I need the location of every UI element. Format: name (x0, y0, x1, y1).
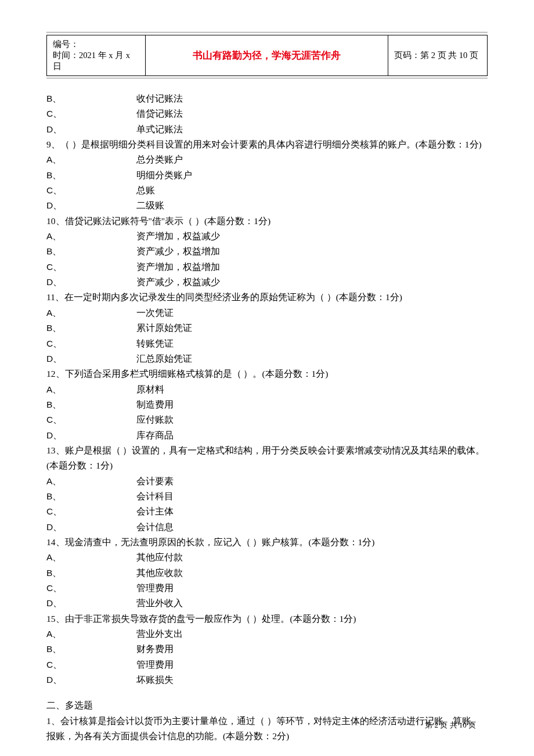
page-footer: 第 2 页 共 10 页 (425, 720, 476, 730)
doc-time-label: 时间：2021 年 x 月 x 日 (53, 50, 139, 72)
option-row: C、总账 (46, 183, 488, 198)
option-text: 累计原始凭证 (136, 321, 192, 336)
option-text: 营业外支出 (136, 627, 183, 642)
option-label: D、 (46, 672, 136, 687)
option-row: B、财务费用 (46, 642, 488, 657)
option-label: B、 (46, 397, 136, 412)
option-text: 财务费用 (136, 642, 174, 657)
question-text: 12、下列适合采用多栏式明细账格式核算的是（ ）。(本题分数：1分) (46, 366, 488, 381)
option-text: 资产增加，权益增加 (136, 260, 220, 275)
top-rule (46, 32, 488, 33)
option-text: 会计科目 (136, 489, 174, 504)
content-body: B、收付记账法C、借贷记账法D、单式记账法 9、（ ）是根据明细分类科目设置的用… (46, 91, 488, 744)
option-row: A、一次凭证 (46, 305, 488, 321)
question-text: 15、由于非正常损失导致存货的盘亏一般应作为（ ）处理。(本题分数：1分) (46, 611, 488, 627)
section-2-question-1: 1、会计核算是指会计以货币为主要计量单位，通过（ ）等环节，对特定主体的经济活动… (46, 714, 488, 744)
option-text: 应付账款 (136, 412, 174, 427)
option-row: B、会计科目 (46, 489, 488, 504)
option-row: C、管理费用 (46, 657, 488, 672)
option-row: A、营业外支出 (46, 627, 488, 642)
option-row: C、会计主体 (46, 504, 488, 519)
option-text: 借贷记账法 (136, 106, 183, 121)
option-label: D、 (46, 428, 136, 443)
option-text: 会计主体 (136, 504, 174, 519)
question-text: 11、在一定时期内多次记录发生的同类型经济业务的原始凭证称为（ ）(本题分数：1… (46, 290, 488, 305)
option-label: C、 (46, 106, 136, 121)
option-row: B、其他应收款 (46, 566, 488, 581)
option-row: B、收付记账法 (46, 91, 488, 106)
question-text: 10、借贷记账法记账符号"借"表示（ ）(本题分数：1分) (46, 214, 488, 229)
option-text: 会计信息 (136, 520, 174, 535)
option-text: 总账 (136, 183, 155, 198)
option-row: D、二级账 (46, 198, 488, 213)
option-label: A、 (46, 305, 136, 321)
option-row: A、资产增加，权益减少 (46, 229, 488, 244)
option-text: 资产减少，权益增加 (136, 244, 220, 259)
option-label: A、 (46, 229, 136, 244)
option-text: 原材料 (136, 382, 164, 397)
option-text: 管理费用 (136, 657, 174, 672)
option-row: A、会计要素 (46, 474, 488, 489)
question-text: 13、账户是根据（ ）设置的，具有一定格式和结构，用于分类反映会计要素增减变动情… (46, 443, 488, 474)
option-label: B、 (46, 244, 136, 259)
option-text: 一次凭证 (136, 305, 174, 321)
option-label: B、 (46, 168, 136, 183)
option-label: A、 (46, 152, 136, 167)
option-label: A、 (46, 474, 136, 489)
option-label: C、 (46, 336, 136, 351)
option-label: D、 (46, 122, 136, 137)
option-label: A、 (46, 382, 136, 397)
option-label: C、 (46, 260, 136, 275)
option-text: 坏账损失 (136, 672, 174, 687)
option-label: C、 (46, 183, 136, 198)
option-row: D、库存商品 (46, 428, 488, 443)
section-2-heading: 二、多选题 (46, 698, 488, 713)
option-row: C、资产增加，权益增加 (46, 260, 488, 275)
option-row: D、坏账损失 (46, 672, 488, 687)
option-label: B、 (46, 321, 136, 336)
option-row: C、应付账款 (46, 412, 488, 427)
option-text: 总分类账户 (136, 152, 183, 167)
option-row: D、会计信息 (46, 520, 488, 535)
option-text: 资产减少，权益减少 (136, 275, 220, 290)
option-row: D、汇总原始凭证 (46, 351, 488, 366)
option-label: A、 (46, 627, 136, 642)
option-text: 转账凭证 (136, 336, 174, 351)
option-text: 收付记账法 (136, 91, 183, 106)
header-box: 编号： 时间：2021 年 x 月 x 日 书山有路勤为径，学海无涯苦作舟 页码… (46, 35, 488, 76)
header-motto: 书山有路勤为径，学海无涯苦作舟 (146, 35, 388, 75)
option-row: D、单式记账法 (46, 122, 488, 137)
option-label: C、 (46, 581, 136, 596)
option-row: B、制造费用 (46, 397, 488, 412)
option-label: C、 (46, 657, 136, 672)
option-row: C、转账凭证 (46, 336, 488, 351)
option-row: B、累计原始凭证 (46, 321, 488, 336)
option-row: D、资产减少，权益减少 (46, 275, 488, 290)
option-text: 二级账 (136, 198, 164, 213)
option-label: D、 (46, 275, 136, 290)
option-row: B、明细分类账户 (46, 168, 488, 183)
option-label: A、 (46, 550, 136, 565)
option-text: 会计要素 (136, 474, 174, 489)
header-left-cell: 编号： 时间：2021 年 x 月 x 日 (47, 35, 146, 75)
option-label: D、 (46, 596, 136, 611)
option-label: B、 (46, 489, 136, 504)
option-row: A、原材料 (46, 382, 488, 397)
option-row: C、借贷记账法 (46, 106, 488, 121)
option-text: 制造费用 (136, 397, 174, 412)
option-text: 营业外收入 (136, 596, 183, 611)
option-row: D、营业外收入 (46, 596, 488, 611)
option-text: 资产增加，权益减少 (136, 229, 220, 244)
question-text: 14、现金清查中，无法查明原因的长款，应记入（ ）账户核算。(本题分数：1分) (46, 535, 488, 550)
option-text: 库存商品 (136, 428, 174, 443)
question-text: 9、（ ）是根据明细分类科目设置的用来对会计要素的具体内容进行明细分类核算的账户… (46, 137, 488, 152)
option-text: 单式记账法 (136, 122, 183, 137)
option-row: A、其他应付款 (46, 550, 488, 565)
option-label: D、 (46, 520, 136, 535)
option-label: B、 (46, 566, 136, 581)
option-text: 管理费用 (136, 581, 174, 596)
doc-id-label: 编号： (53, 39, 139, 50)
option-text: 其他应收款 (136, 566, 183, 581)
option-label: B、 (46, 642, 136, 657)
header-page-label: 页码：第 2 页 共 10 页 (388, 35, 487, 75)
